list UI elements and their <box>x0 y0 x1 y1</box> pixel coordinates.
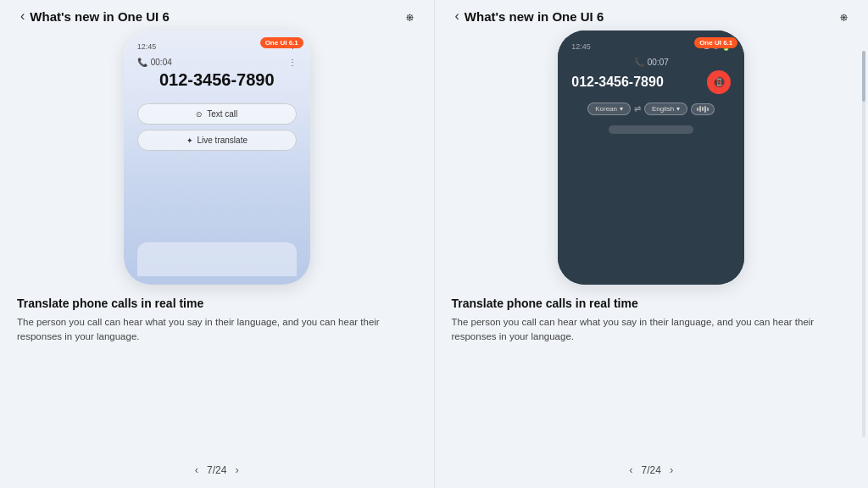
waveform-icon[interactable] <box>691 103 715 115</box>
phone-icon-right: 📞 <box>634 58 644 67</box>
wave-bar-1 <box>697 108 698 111</box>
lang-row: Korean ▾ ⇌ English ▾ <box>571 103 731 115</box>
phone-bottom-left <box>137 242 297 276</box>
options-icon-left[interactable]: ⋮ <box>288 58 297 67</box>
panel-right: ‹ What's new in One UI 6 ⎈ One UI 6.1 12… <box>435 0 869 488</box>
panel-right-header: ‹ What's new in One UI 6 ⎈ <box>452 8 852 30</box>
next-arrow-right[interactable]: › <box>670 463 673 476</box>
text-call-label: Text call <box>207 109 237 119</box>
call-duration-left: 00:04 <box>151 58 172 67</box>
lang-to-pill[interactable]: English ▾ <box>644 103 687 115</box>
back-icon-right[interactable]: ‹ <box>455 8 459 24</box>
phone-number-left: 012-3456-7890 <box>137 70 297 90</box>
prev-arrow-right[interactable]: ‹ <box>629 463 632 476</box>
prev-arrow-left[interactable]: ‹ <box>195 463 198 476</box>
live-translate-icon: ✦ <box>186 136 193 145</box>
call-duration-right: 00:07 <box>648 58 669 67</box>
wave-bar-3 <box>702 107 704 111</box>
panel-left: ‹ What's new in One UI 6 ⎈ One UI 6.1 12… <box>0 0 435 488</box>
wave-bar-4 <box>704 106 706 113</box>
status-time-right: 12:45 <box>571 42 591 51</box>
live-translate-btn[interactable]: ✦ Live translate <box>137 130 297 151</box>
panel-left-title: What's new in One UI 6 <box>30 9 169 24</box>
page-text-left: 7/24 <box>207 464 226 476</box>
status-time-left: 12:45 <box>137 42 157 51</box>
card-desc-left: The person you call can hear what you sa… <box>17 315 417 345</box>
end-call-btn[interactable]: 📵 <box>707 70 731 94</box>
page-text-right: 7/24 <box>642 464 661 476</box>
phone-screen-right: 12:45 ▲ ⊙ 🔋 📞 00:07 012-3456-7890 📵 Kore… <box>558 30 744 285</box>
lang-from-label: Korean <box>595 105 617 113</box>
scrollbar-track <box>862 51 865 437</box>
back-icon-left[interactable]: ‹ <box>20 8 25 24</box>
card-desc-right: The person you call can hear what you sa… <box>452 315 852 345</box>
badge-left: One UI 6.1 <box>260 37 303 48</box>
badge-right: One UI 6.1 <box>694 37 737 48</box>
share-icon-right[interactable]: ⎈ <box>840 9 848 24</box>
card-title-left: Translate phone calls in real time <box>17 297 417 310</box>
call-time-right: 📞 00:07 <box>571 58 731 67</box>
wave-bar-5 <box>707 108 709 111</box>
phone-mockup-left: One UI 6.1 12:45 ⋮ 📞 00:04 ⋮ 012-3456-78… <box>124 30 310 285</box>
live-translate-label: Live translate <box>198 136 248 145</box>
wave-bar-2 <box>699 106 701 112</box>
next-arrow-left[interactable]: › <box>235 463 238 476</box>
lang-from-pill[interactable]: Korean ▾ <box>587 103 631 115</box>
header-left: ‹ What's new in One UI 6 <box>20 8 170 24</box>
share-icon-left[interactable]: ⎈ <box>406 9 414 24</box>
translate-progress-bar <box>609 125 693 134</box>
text-call-btn[interactable]: ⊙ Text call <box>137 103 297 125</box>
phone-number-right: 012-3456-7890 <box>571 75 664 90</box>
lang-from-arrow: ▾ <box>620 105 623 113</box>
lang-to-arrow: ▾ <box>676 105 680 113</box>
card-title-right: Translate phone calls in real time <box>452 297 852 310</box>
panel-left-header: ‹ What's new in One UI 6 ⎈ <box>17 8 417 30</box>
pagination-left: ‹ 7/24 › <box>195 455 239 476</box>
text-call-icon: ⊙ <box>196 110 203 119</box>
scrollbar-thumb <box>862 51 865 102</box>
lang-sep-icon: ⇌ <box>634 104 641 114</box>
panel-right-title: What's new in One UI 6 <box>465 9 604 24</box>
phone-icon-left: 📞 <box>137 58 147 67</box>
phone-mockup-right: One UI 6.1 12:45 ▲ ⊙ 🔋 📞 00:07 012-3456-… <box>558 30 744 285</box>
header-right-left: ‹ What's new in One UI 6 <box>455 8 604 24</box>
phone-screen-left: 12:45 ⋮ 📞 00:04 ⋮ 012-3456-7890 ⊙ Text c… <box>124 30 310 285</box>
lang-to-label: English <box>652 105 674 113</box>
call-time-left: 📞 00:04 ⋮ <box>137 58 297 67</box>
pagination-right: ‹ 7/24 › <box>629 455 673 476</box>
